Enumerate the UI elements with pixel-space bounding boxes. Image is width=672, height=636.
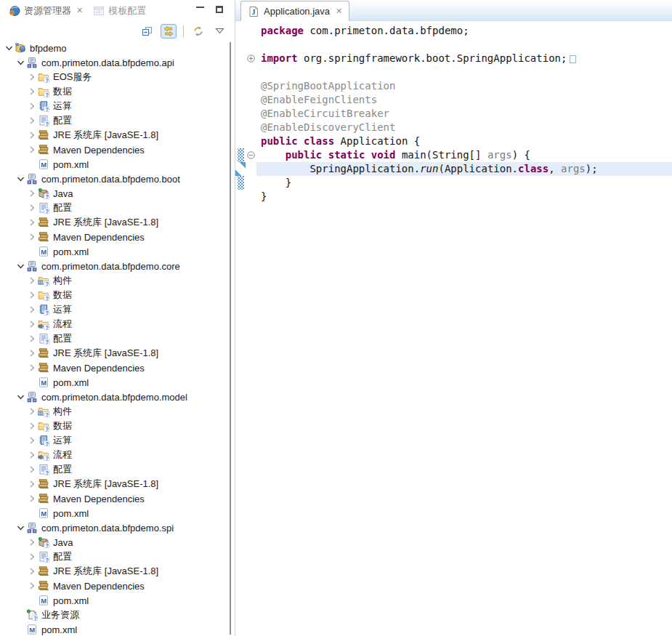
chevron-right-icon[interactable] [27,478,37,490]
link-with-editor-button[interactable] [161,24,177,39]
tree-item[interactable]: ?数据 [0,419,226,433]
tree-item[interactable]: ?流程 [0,448,226,462]
tree-item[interactable]: J?Java [0,535,226,550]
tree-item[interactable]: ?流程 [0,317,226,331]
chevron-right-icon[interactable] [27,100,37,112]
code-line[interactable]: @EnableDiscoveryClient [235,121,672,134]
chevron-right-icon[interactable] [27,129,37,141]
chevron-right-icon[interactable] [27,464,37,475]
tree-item[interactable]: ?配置 [0,550,226,564]
code-line[interactable]: public class Application { [235,134,672,148]
tree-item[interactable]: ?运算 [0,99,226,113]
chevron-right-icon[interactable] [27,333,37,345]
code-line[interactable]: } [235,176,672,190]
chevron-down-icon[interactable] [4,42,14,54]
tree-item[interactable]: Maven Dependencies [0,230,226,244]
close-icon[interactable]: ✕ [336,7,342,15]
code-line[interactable] [235,38,672,52]
chevron-right-icon[interactable] [27,289,37,301]
chevron-right-icon[interactable] [27,188,37,199]
chevron-right-icon[interactable] [27,115,37,126]
chevron-right-icon[interactable] [27,493,37,504]
tree-item[interactable]: Mbfpdemo [0,41,226,55]
tree-item[interactable]: JRE 系统库 [JavaSE-1.8] [0,128,226,142]
tree-item[interactable]: com.primeton.data.bfpdemo.model [0,390,226,404]
chevron-right-icon[interactable] [27,580,37,592]
tree-item[interactable]: ?运算 [0,302,226,317]
chevron-right-icon[interactable] [27,217,37,228]
tree-item[interactable]: J?Java [0,186,226,201]
tree-item[interactable]: ?构件 [0,273,226,288]
minimize-icon[interactable] [196,5,204,13]
tab-template-config[interactable]: 模板配置 [88,1,151,21]
code-line[interactable]: package com.primeton.data.bfpdemo; [235,24,672,38]
chevron-right-icon[interactable] [27,318,37,330]
tree-item[interactable]: ?构件 [0,404,226,419]
tree-item[interactable]: com.primeton.data.bfpdemo.core [0,259,226,273]
tree-item[interactable]: ?EOS服务 [0,70,226,84]
tree-item[interactable]: ?配置 [0,201,226,215]
fold-expand-icon[interactable] [246,52,256,65]
tree-item[interactable]: Mpom.xml [0,244,226,259]
chevron-right-icon[interactable] [27,231,37,243]
editor-tab-application-java[interactable]: J Application.java ✕ [240,1,349,21]
code-line-highlighted[interactable]: SpringApplication.run(Application.class,… [235,162,672,176]
tree-item[interactable]: JRE 系统库 [JavaSE-1.8] [0,215,226,230]
tree-item[interactable]: Maven Dependencies [0,142,226,157]
chevron-right-icon[interactable] [27,202,37,214]
tree-scrollbar-thumb[interactable] [230,42,231,635]
fold-collapse-icon[interactable] [246,148,256,162]
chevron-right-icon[interactable] [27,144,37,156]
tree-item[interactable]: Mpom.xml [0,157,226,172]
chevron-right-icon[interactable] [27,304,37,315]
folded-region-box-icon[interactable] [570,55,576,63]
tree-scrollbar[interactable] [228,42,232,635]
tree-item[interactable]: Maven Dependencies [0,579,226,593]
chevron-right-icon[interactable] [27,86,37,97]
chevron-right-icon[interactable] [27,275,37,286]
code-line[interactable]: @EnableFeignClients [235,93,672,107]
chevron-down-icon[interactable] [15,57,25,68]
chevron-right-icon[interactable] [27,71,37,83]
tree-item[interactable]: ?配置 [0,331,226,346]
chevron-right-icon[interactable] [27,435,37,446]
chevron-right-icon[interactable] [27,565,37,577]
code-line[interactable]: public static void main(String[] args) { [235,148,672,162]
tree-item[interactable]: ?配置 [0,462,226,477]
chevron-right-icon[interactable] [27,551,37,563]
chevron-right-icon[interactable] [27,536,37,548]
view-menu-button[interactable] [211,24,227,39]
tree-item[interactable]: ?业务资源 [0,608,226,622]
code-editor[interactable]: package com.primeton.data.bfpdemo;import… [235,21,672,204]
chevron-down-icon[interactable] [15,260,25,272]
tree-item[interactable]: JRE 系统库 [JavaSE-1.8] [0,346,226,361]
tree-item[interactable]: JRE 系统库 [JavaSE-1.8] [0,564,226,579]
chevron-right-icon[interactable] [27,347,37,359]
code-line[interactable]: @EnableCircuitBreaker [235,107,672,121]
chevron-right-icon[interactable] [27,449,37,461]
code-line[interactable]: @SpringBootApplication [235,79,672,93]
chevron-down-icon[interactable] [15,391,25,403]
maximize-icon[interactable] [216,6,223,13]
tree-item[interactable]: Mpom.xml [0,375,226,390]
tree-item[interactable]: JRE 系统库 [JavaSE-1.8] [0,477,226,491]
tree-item[interactable]: com.primeton.data.bfpdemo.api [0,55,226,70]
collapse-all-button[interactable] [139,24,155,39]
chevron-down-icon[interactable] [15,173,25,185]
close-icon[interactable]: ✕ [76,7,83,15]
tree-item[interactable]: Maven Dependencies [0,491,226,506]
chevron-right-icon[interactable] [27,420,37,432]
tree-item[interactable]: com.primeton.data.bfpdemo.spi [0,520,226,535]
tree-item[interactable]: Mpom.xml [0,593,226,608]
tab-resource-manager[interactable]: 资源管理器 ✕ [4,1,88,21]
code-line[interactable]: import org.springframework.boot.SpringAp… [235,52,672,65]
chevron-right-icon[interactable] [27,406,37,417]
code-line[interactable]: } [235,190,672,204]
tree-item[interactable]: ?运算 [0,433,226,448]
tree-item[interactable]: Maven Dependencies [0,361,226,375]
chevron-down-icon[interactable] [15,522,25,534]
sync-button[interactable] [190,24,206,39]
code-line[interactable] [235,65,672,79]
tree-item[interactable]: Mpom.xml [0,622,226,636]
tree-item[interactable]: ?数据 [0,288,226,302]
